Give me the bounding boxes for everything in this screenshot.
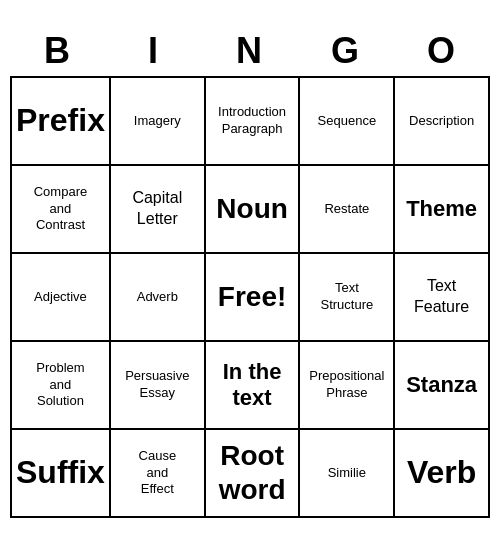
cell-label: Description: [409, 113, 474, 130]
bingo-cell: CauseandEffect: [111, 430, 206, 518]
bingo-cell: Suffix: [12, 430, 111, 518]
bingo-cell: In thetext: [206, 342, 301, 430]
bingo-cell: Noun: [206, 166, 301, 254]
bingo-cell: Rootword: [206, 430, 301, 518]
bingo-cell: CompareandContrast: [12, 166, 111, 254]
bingo-card: BINGO PrefixImageryIntroductionParagraph…: [10, 26, 490, 518]
cell-label: TextStructure: [320, 280, 373, 314]
bingo-cell: PrepositionalPhrase: [300, 342, 395, 430]
cell-label: Noun: [216, 192, 288, 226]
bingo-header: BINGO: [10, 26, 490, 76]
cell-label: Suffix: [16, 455, 105, 490]
bingo-cell: IntroductionParagraph: [206, 78, 301, 166]
header-letter: I: [106, 26, 202, 76]
header-letter: N: [202, 26, 298, 76]
bingo-cell: Imagery: [111, 78, 206, 166]
cell-label: CompareandContrast: [34, 184, 87, 235]
cell-label: Stanza: [406, 372, 477, 398]
cell-label: Restate: [324, 201, 369, 218]
cell-label: PrepositionalPhrase: [309, 368, 384, 402]
cell-label: CapitalLetter: [132, 188, 182, 230]
bingo-cell: Adverb: [111, 254, 206, 342]
bingo-cell: Stanza: [395, 342, 490, 430]
bingo-cell: PersuasiveEssay: [111, 342, 206, 430]
bingo-cell: TextFeature: [395, 254, 490, 342]
header-letter: O: [394, 26, 490, 76]
bingo-cell: Prefix: [12, 78, 111, 166]
cell-label: Similie: [328, 465, 366, 482]
bingo-cell: Adjective: [12, 254, 111, 342]
bingo-cell: Similie: [300, 430, 395, 518]
cell-label: In thetext: [223, 359, 282, 412]
bingo-cell: ProblemandSolution: [12, 342, 111, 430]
cell-label: Verb: [407, 455, 476, 490]
bingo-cell: Verb: [395, 430, 490, 518]
cell-label: Theme: [406, 196, 477, 222]
cell-label: Sequence: [318, 113, 377, 130]
header-letter: B: [10, 26, 106, 76]
bingo-cell: Description: [395, 78, 490, 166]
header-letter: G: [298, 26, 394, 76]
bingo-cell: Free!: [206, 254, 301, 342]
cell-label: Adverb: [137, 289, 178, 306]
bingo-cell: Theme: [395, 166, 490, 254]
bingo-cell: Restate: [300, 166, 395, 254]
cell-label: ProblemandSolution: [36, 360, 84, 411]
cell-label: Rootword: [219, 439, 286, 506]
cell-label: Prefix: [16, 103, 105, 138]
cell-label: PersuasiveEssay: [125, 368, 189, 402]
bingo-cell: TextStructure: [300, 254, 395, 342]
cell-label: Free!: [218, 280, 286, 314]
cell-label: IntroductionParagraph: [218, 104, 286, 138]
bingo-cell: Sequence: [300, 78, 395, 166]
bingo-cell: CapitalLetter: [111, 166, 206, 254]
cell-label: TextFeature: [414, 276, 469, 318]
cell-label: Adjective: [34, 289, 87, 306]
cell-label: Imagery: [134, 113, 181, 130]
cell-label: CauseandEffect: [139, 448, 177, 499]
bingo-grid: PrefixImageryIntroductionParagraphSequen…: [10, 76, 490, 518]
